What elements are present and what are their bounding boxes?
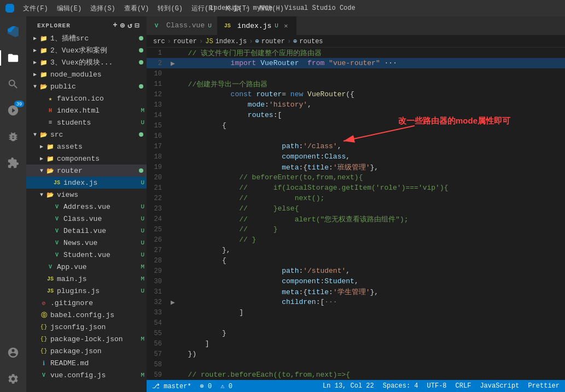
activity-git[interactable]: 39 [0,97,26,124]
json-icon: {} [39,347,48,355]
sidebar-item-label: package-lock.json [50,335,141,343]
sidebar-item-package-lock[interactable]: {} package-lock.json M [26,333,147,345]
sidebar-item-label: package.json [50,347,147,355]
activity-extensions[interactable] [0,150,26,176]
sidebar-item-package-json[interactable]: {} package.json [26,345,147,357]
tab-close-button[interactable]: ✕ [282,21,290,30]
status-language[interactable]: JavaScript [480,382,519,390]
vue-icon: V [39,371,48,379]
sidebar-item-label: Class.vue [63,215,141,223]
collapse-icon[interactable]: ⊟ [135,21,140,30]
sidebar-item-jsconfig[interactable]: {} jsconfig.json [26,321,147,333]
status-encoding[interactable]: UTF-8 [427,382,447,390]
tab-index-js[interactable]: JS index.js U ✕ [218,16,296,35]
breadcrumb-routes-label[interactable]: routes [299,38,323,45]
sidebar-item-vuex[interactable]: ▶ 📁 2、Vuex求和案例 [26,44,147,56]
activity-search[interactable] [0,71,26,97]
vue-icon: V [53,214,61,223]
breadcrumb-indexjs[interactable]: index.js [215,38,247,45]
chevron-down-icon: ▼ [37,166,46,175]
main-layout: 39 EXPLORER + ⊕ ↺ ⊟ ▶ 📁 1 [0,16,565,392]
sidebar-item-main-js[interactable]: JS main.js M [26,273,147,285]
sidebar-item-label: students [57,119,141,127]
sidebar-item-vue-config[interactable]: V vue.config.js M [26,369,147,381]
menu-file[interactable]: 文件(F) [19,3,53,14]
breadcrumb-router[interactable]: router [173,38,197,45]
md-icon: ℹ [39,359,48,367]
sidebar-item-readme[interactable]: ℹ README.md [26,357,147,369]
status-branch[interactable]: ⎇ master* [152,382,191,390]
vue-icon: V [152,21,161,30]
folder-open-icon: 📂 [46,166,55,175]
sidebar-item-router[interactable]: ▼ 📂 router [26,165,147,177]
code-line-57: 57 }) [147,349,565,359]
sidebar-item-vuex-module[interactable]: ▶ 📁 3、Vuex的模块... [26,56,147,68]
sidebar-item-label: node_modules [50,71,147,79]
folder-icon: 📁 [39,34,48,43]
menu-goto[interactable]: 转到(G) [153,3,187,14]
breadcrumb: src › router › JS index.js › ⊕ router › … [147,36,565,48]
activity-account[interactable] [0,340,26,366]
status-formatter[interactable]: Prettier [528,382,560,390]
modified-badge: M [141,336,144,342]
status-spaces[interactable]: Spaces: 4 [383,382,418,390]
folder-icon: 📁 [39,70,48,79]
sidebar-item-students[interactable]: ≡ students U [26,116,147,128]
untracked-badge: U [141,288,144,294]
sidebar-item-student-vue[interactable]: V Student.vue U [26,249,147,261]
sidebar-item-gitignore[interactable]: ⊘ .gitignore [26,297,147,309]
sidebar-item-label: index.html [57,107,141,115]
menu-view[interactable]: 查看(V) [120,3,154,14]
sidebar-item-components[interactable]: ▶ 📁 components [26,153,147,165]
vue-icon: V [53,238,61,247]
code-editor[interactable]: 1 // 该文件专门用于创建整个应用的路由器 2 ▶ import VueRou… [147,48,565,380]
vscode-logo [5,4,14,13]
folder-open-icon: 📂 [39,130,48,139]
new-folder-icon[interactable]: ⊕ [120,21,125,30]
sidebar-item-src1[interactable]: ▶ 📁 1、插槽src [26,32,147,44]
status-right: Ln 13, Col 22 Spaces: 4 UTF-8 CRLF JavaS… [323,382,560,390]
sidebar-item-node-modules[interactable]: ▶ 📁 node_modules [26,68,147,80]
status-eol[interactable]: CRLF [456,382,471,390]
sidebar-item-detail-vue[interactable]: V Detail.vue U [26,225,147,237]
sidebar-item-babel-config[interactable]: ⓪ babel.config.js [26,309,147,321]
sidebar-title: EXPLORER [37,22,71,29]
code-line-55: 55 } [147,328,565,338]
sidebar-item-public[interactable]: ▼ 📂 public [26,80,147,92]
menu-edit[interactable]: 编辑(E) [53,3,86,14]
activity-debug[interactable] [0,124,26,150]
sidebar-item-label: 2、Vuex求和案例 [50,45,139,55]
sidebar-item-src[interactable]: ▼ 📂 src [26,128,147,141]
code-line-59: 59 // router.beforeEach((to,from,next)=>… [147,370,565,380]
json-icon: {} [39,335,48,343]
breadcrumb-src[interactable]: src [153,38,165,45]
menu-select[interactable]: 选择(S) [86,3,120,14]
sidebar-item-index-js[interactable]: JS index.js U [26,177,147,189]
sidebar-item-app-vue[interactable]: V App.vue M [26,261,147,273]
sidebar-header-icons[interactable]: + ⊕ ↺ ⊟ [113,21,140,30]
sidebar-item-news-vue[interactable]: V News.vue U [26,237,147,249]
activity-vscode[interactable] [0,19,26,45]
sidebar-item-views[interactable]: ▼ 📂 views [26,189,147,201]
untracked-badge: U [141,119,144,126]
tab-class-vue[interactable]: V Class.vue U [147,16,218,35]
chevron-right-icon: ▶ [31,70,39,79]
code-line-20: 20 // beforeEnter(to,from,next){ [147,172,565,183]
status-cursor[interactable]: Ln 13, Col 22 [323,382,374,390]
sidebar-item-plugins-js[interactable]: JS plugins.js U [26,285,147,297]
refresh-icon[interactable]: ↺ [127,21,132,30]
sidebar-item-class-vue[interactable]: V Class.vue U [26,213,147,225]
breadcrumb-router-label[interactable]: router [261,38,285,45]
titlebar-title: index.js - myvue - Visual Studio Code [209,4,355,12]
activity-settings[interactable] [0,366,26,392]
new-file-icon[interactable]: + [113,21,118,30]
code-line-26: 26 // } [147,235,565,245]
sidebar-item-favicon[interactable]: ★ favicon.ico [26,92,147,104]
sidebar-item-address-vue[interactable]: V Address.vue U [26,201,147,213]
activity-explorer[interactable] [0,45,26,71]
vue-icon: V [53,226,61,235]
sidebar-item-assets[interactable]: ▶ 📁 assets [26,141,147,153]
status-errors[interactable]: ⊗ 0 [200,382,212,390]
status-warnings[interactable]: ⚠ 0 [220,382,232,390]
sidebar-item-index-html[interactable]: H index.html M [26,104,147,116]
